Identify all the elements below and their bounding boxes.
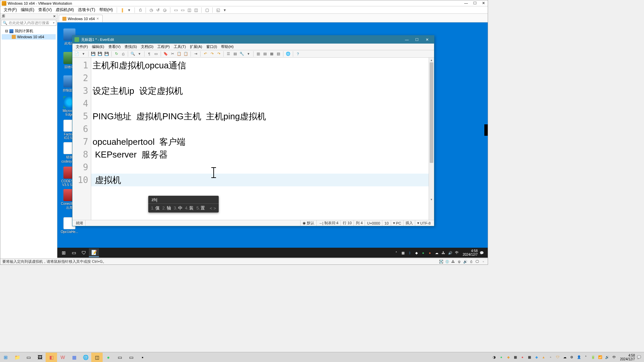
volume-icon[interactable]: 🔊 [447,250,453,255]
host-clock[interactable]: 4:58 2024/12/7 [620,354,635,361]
editor-line[interactable] [91,161,429,174]
host-terminal-icon[interactable]: ▪ [137,353,148,362]
tray-icon[interactable]: ◑ [491,354,497,360]
editor-line[interactable]: PING地址 虚拟机PING主机 主机ping虚拟机 [91,110,429,123]
ime-candidate[interactable]: 2.轴 [162,205,171,211]
ee-menu-project[interactable]: 工程(P) [155,44,172,49]
menu-view[interactable]: 查看(V) [36,7,54,13]
device-display-icon[interactable]: 🖵 [475,259,480,264]
dropdown-icon[interactable]: ▾ [246,51,252,57]
host-app-icon-3[interactable]: ▦ [68,353,80,362]
editor-line[interactable] [91,72,429,84]
start-button[interactable]: ⊞ [59,248,69,257]
menu-file[interactable]: 文件(F) [2,7,19,13]
host-vmware-taskbar-icon[interactable]: ◫ [91,353,103,362]
menu-tabs[interactable]: 选项卡(T) [76,7,97,13]
save-icon[interactable]: 💾 [90,51,96,57]
menu-help[interactable]: 帮助(H) [97,7,115,13]
guest-clock[interactable]: 4:58 2024/12/7 [463,249,478,256]
host-start-button[interactable]: ⊞ [0,353,11,362]
tray-icon[interactable]: ▲ [541,354,547,360]
tree-root-my-computer[interactable]: ⊟ 我的计算机 [2,28,56,34]
status-insert[interactable]: 插入 [404,220,415,226]
tray-icon[interactable]: ● [498,354,504,360]
ime-indicator[interactable]: 中 [454,250,460,255]
dropdown-icon[interactable]: ▾ [53,21,55,24]
tray-icon[interactable]: ▦ [513,354,519,360]
maximize-button[interactable]: ☐ [412,36,422,43]
status-mode[interactable]: ◉默认 [301,220,317,226]
undo-icon[interactable]: ↶ [202,51,208,57]
wrap-icon[interactable]: ¶ [146,51,152,57]
editor-line[interactable]: opcuahelpertool 客户端 [91,135,429,148]
guest-display-area[interactable]: Windows 10 x64 ✕ 此电脑回收站控制面板Microsoft Edg… [57,14,488,258]
wrap-icon-2[interactable]: ▭ [153,51,159,57]
ee-menu-window[interactable]: 窗口(I) [204,44,219,49]
tray-up-icon[interactable]: ˄ [583,354,589,360]
device-cd-icon[interactable]: 💿 [445,259,449,264]
editor-line[interactable]: 设定主机ip 设定虚拟机 [91,84,429,97]
editor-line[interactable] [91,97,429,110]
pause-icon[interactable]: ‖ [119,7,126,13]
ime-page-nav[interactable]: < > [210,206,216,211]
panel-icon-1[interactable]: ▥ [255,51,261,57]
ee-menu-find[interactable]: 查找(S) [122,44,139,49]
tray-app-icon-3[interactable]: ● [421,250,426,255]
network-icon[interactable]: 🖧 [441,250,446,255]
status-col[interactable]: 列 4 [354,220,365,226]
editor-line[interactable]: 虚拟机 [91,174,429,186]
tree-vm-item[interactable]: Windows 10 x64 [2,34,56,40]
bookmark-icon[interactable]: 🔖 [163,51,169,57]
host-app-icon-4[interactable]: ● [103,353,114,362]
layout-icon-4[interactable]: ◫ [193,7,199,13]
unity-icon[interactable]: ◱ [215,7,221,13]
editor-line[interactable]: 主机和虚拟机opcua通信 [91,59,429,72]
ime-indicator[interactable]: 中 [611,354,617,360]
device-sound-icon[interactable]: 🔊 [463,259,468,264]
host-app-icon-1[interactable]: 🖼 [34,353,46,362]
action-center-icon[interactable]: 💬 [636,354,642,360]
host-wps-icon[interactable]: W [57,353,68,362]
tray-app-icon[interactable]: ▦ [400,250,406,255]
browser-icon[interactable]: 🌐 [285,51,291,57]
panel-icon-2[interactable]: ▤ [262,51,268,57]
action-center-icon[interactable]: 💬 [479,250,484,255]
everedit-titlebar[interactable]: 无标题1 * - EverEdit — ☐ ✕ [72,36,434,44]
revert-icon[interactable]: ↺ [155,7,161,13]
battery-icon[interactable]: 🔋 [590,354,596,360]
ime-candidate[interactable]: 3.中 [174,205,182,211]
maximize-button[interactable]: ☐ [472,1,478,5]
editor-content[interactable]: 主机和虚拟机opcua通信设定主机ip 设定虚拟机PING地址 虚拟机PING主… [91,58,429,220]
dropdown-icon[interactable]: ▾ [80,51,87,57]
scroll-down-icon[interactable]: ▾ [429,197,434,202]
ee-menu-file[interactable]: 文件(F) [74,44,90,49]
host-app-icon-6[interactable]: ▭ [125,353,137,362]
fullscreen-icon[interactable]: ▢ [204,7,210,13]
scroll-up-icon[interactable]: ▴ [429,58,434,62]
redo-icon[interactable]: ↷ [209,51,215,57]
device-usb-icon[interactable]: ψ [457,259,462,264]
panel-icon-3[interactable]: ▦ [269,51,275,57]
tray-icon[interactable]: ▫ [548,354,554,360]
editor-line[interactable] [91,123,429,135]
print-icon[interactable]: ⎙ [120,51,126,57]
sort-icon[interactable]: ☰ [225,51,231,57]
close-button[interactable]: ✕ [422,36,432,43]
snapshot-icon[interactable]: ◷ [148,7,155,13]
reload-icon[interactable]: ↻ [113,51,119,57]
tray-icon[interactable]: ◆ [505,354,512,360]
save-all-icon[interactable]: 💾 [97,51,103,57]
tray-app-icon-4[interactable]: ● [427,250,433,255]
bluetooth-icon[interactable]: ᛒ [407,250,413,255]
layout-icon-3[interactable]: ◫ [186,7,193,13]
tray-icon[interactable]: ⚙ [569,354,575,360]
ee-menu-edit[interactable]: 编辑(E) [90,44,106,49]
volume-icon[interactable]: 🔊 [604,354,610,360]
vmware-titlebar[interactable]: Windows 10 x64 - VMware Workstation — ☐ … [0,0,488,6]
tool-icon[interactable]: 🔧 [239,51,245,57]
wifi-icon[interactable]: 📶 [597,354,603,360]
status-tab[interactable]: →|制表符:4 [317,220,341,226]
status-encoding[interactable]: ▾UTF-8 [415,220,433,226]
minimize-button[interactable]: — [463,1,469,5]
security-icon[interactable]: 🛡 [79,248,89,257]
